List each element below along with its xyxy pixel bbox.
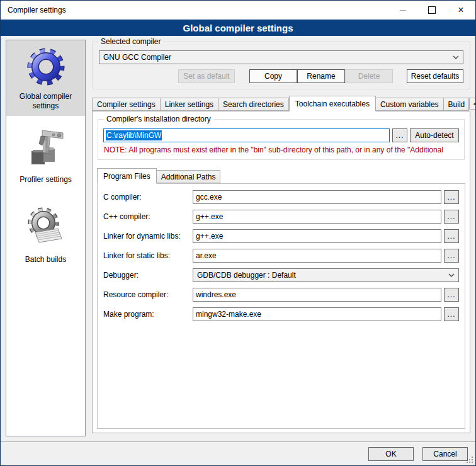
- dialog-content: Global compiler settings: [1, 36, 475, 465]
- tab-search-directories[interactable]: Search directories: [218, 98, 289, 111]
- gray-gear-stack-icon: [9, 206, 82, 253]
- program-files-page: C compiler: ... C++ compiler: ...: [97, 183, 465, 429]
- toolchain-executables-page: Compiler's installation directory C:\ray…: [92, 111, 470, 433]
- minimize-icon: [400, 10, 406, 11]
- field-row-make-program: Make program: ...: [103, 307, 459, 321]
- linker-dynamic-browse-button[interactable]: ...: [444, 229, 459, 243]
- installation-directory-browse-button[interactable]: ...: [392, 128, 407, 142]
- resource-compiler-input[interactable]: [193, 288, 441, 302]
- tab-custom-variables[interactable]: Custom variables: [376, 98, 444, 111]
- linker-static-input[interactable]: [193, 249, 441, 263]
- window-controls: ×: [388, 1, 475, 20]
- tab-build-options[interactable]: Build: [444, 98, 469, 111]
- delete-button[interactable]: Delete: [345, 69, 393, 83]
- selected-compiler-group: Selected compiler GNU GCC Compiler Set a…: [92, 42, 470, 89]
- titlebar: Compiler settings ×: [1, 1, 475, 20]
- field-label: Make program:: [103, 310, 193, 319]
- linker-static-browse-button[interactable]: ...: [444, 249, 459, 263]
- reset-defaults-button[interactable]: Reset defaults: [407, 69, 463, 83]
- field-row-debugger: Debugger: GDB/CDB debugger : Default: [103, 268, 459, 282]
- debugger-select[interactable]: GDB/CDB debugger : Default: [193, 268, 459, 282]
- field-label: Resource compiler:: [103, 290, 193, 299]
- chevron-down-icon: [453, 55, 459, 59]
- program-files-tabstrip: Program Files Additional Paths: [97, 168, 465, 183]
- field-row-linker-dynamic: Linker for dynamic libs: ...: [103, 229, 459, 243]
- tab-toolchain-executables[interactable]: Toolchain executables: [289, 96, 376, 111]
- sidebar-item-profiler-settings[interactable]: Profiler settings: [6, 116, 85, 190]
- installation-directory-row: C:\raylib\MinGW ... Auto-detect: [103, 128, 459, 142]
- copy-button[interactable]: Copy: [249, 69, 297, 83]
- cpp-compiler-input[interactable]: [193, 210, 441, 224]
- cancel-button[interactable]: Cancel: [422, 447, 468, 461]
- tab-scroll-arrows: ◀ ▶: [469, 98, 476, 111]
- tab-linker-settings[interactable]: Linker settings: [161, 98, 218, 111]
- field-label: C compiler:: [103, 193, 193, 202]
- sidebar-item-label: Batch builds: [25, 255, 66, 264]
- compiler-buttons-row: Set as default Copy Rename Delete Reset …: [99, 69, 463, 83]
- maximize-button[interactable]: [417, 1, 446, 20]
- chevron-down-icon: [448, 273, 455, 277]
- minimize-button[interactable]: [388, 1, 417, 20]
- blue-gear-icon: [9, 47, 82, 89]
- subtab-program-files[interactable]: Program Files: [97, 168, 157, 184]
- field-label: Debugger:: [103, 271, 193, 280]
- field-row-c-compiler: C compiler: ...: [103, 190, 459, 204]
- field-label: C++ compiler:: [103, 212, 193, 221]
- sidebar-item-label: Profiler settings: [20, 175, 72, 184]
- ok-button[interactable]: OK: [368, 447, 414, 461]
- c-compiler-input[interactable]: [193, 190, 441, 204]
- close-icon: ×: [458, 5, 463, 15]
- compiler-select[interactable]: GNU GCC Compiler: [99, 50, 463, 64]
- set-as-default-button[interactable]: Set as default: [178, 69, 235, 83]
- maximize-icon: [428, 6, 436, 14]
- dialog-footer: OK Cancel: [1, 441, 475, 465]
- field-row-linker-static: Linker for static libs: ...: [103, 249, 459, 263]
- installation-directory-group: Compiler's installation directory C:\ray…: [98, 119, 465, 160]
- left-arrow-icon: ◀: [473, 101, 476, 106]
- field-label: Linker for dynamic libs:: [103, 232, 193, 241]
- field-row-resource-compiler: Resource compiler: ...: [103, 288, 459, 302]
- sidebar-item-global-compiler-settings[interactable]: Global compiler settings: [6, 40, 85, 116]
- settings-category-list: Global compiler settings: [6, 40, 86, 436]
- compiler-settings-dialog: Compiler settings × Global compiler sett…: [0, 0, 476, 466]
- resize-grip[interactable]: [472, 462, 473, 463]
- installation-directory-note: NOTE: All programs must exist either in …: [104, 145, 459, 154]
- field-row-cpp-compiler: C++ compiler: ...: [103, 210, 459, 224]
- resource-compiler-browse-button[interactable]: ...: [444, 288, 459, 302]
- sidebar-item-label: Global compiler settings: [20, 92, 72, 110]
- debugger-select-value: GDB/CDB debugger : Default: [197, 271, 448, 280]
- tab-scroll-left-button[interactable]: ◀: [469, 98, 476, 110]
- installation-directory-value: C:\raylib\MinGW: [106, 130, 162, 140]
- dialog-banner: Global compiler settings: [1, 20, 475, 36]
- make-program-input[interactable]: [193, 307, 441, 321]
- linker-dynamic-input[interactable]: [193, 229, 441, 243]
- sidebar-item-batch-builds[interactable]: Batch builds: [6, 190, 85, 270]
- banner-title: Global compiler settings: [183, 23, 293, 33]
- close-button[interactable]: ×: [446, 1, 475, 20]
- rename-button[interactable]: Rename: [297, 69, 345, 83]
- window-title: Compiler settings: [1, 6, 66, 14]
- installation-directory-input[interactable]: C:\raylib\MinGW: [103, 128, 390, 142]
- compiler-select-value: GNU GCC Compiler: [103, 53, 453, 62]
- c-compiler-browse-button[interactable]: ...: [444, 190, 459, 204]
- installation-directory-group-label: Compiler's installation directory: [104, 115, 213, 123]
- tab-compiler-settings[interactable]: Compiler settings: [92, 98, 161, 111]
- auto-detect-button[interactable]: Auto-detect: [410, 128, 459, 142]
- settings-tabstrip: Compiler settings Linker settings Search…: [92, 95, 470, 111]
- cpp-compiler-browse-button[interactable]: ...: [444, 210, 459, 224]
- caliper-icon: [9, 125, 82, 173]
- make-program-browse-button[interactable]: ...: [444, 307, 459, 321]
- selected-compiler-group-label: Selected compiler: [98, 37, 163, 46]
- subtab-additional-paths[interactable]: Additional Paths: [157, 170, 221, 183]
- main-area: Selected compiler GNU GCC Compiler Set a…: [92, 40, 470, 465]
- field-label: Linker for static libs:: [103, 251, 193, 260]
